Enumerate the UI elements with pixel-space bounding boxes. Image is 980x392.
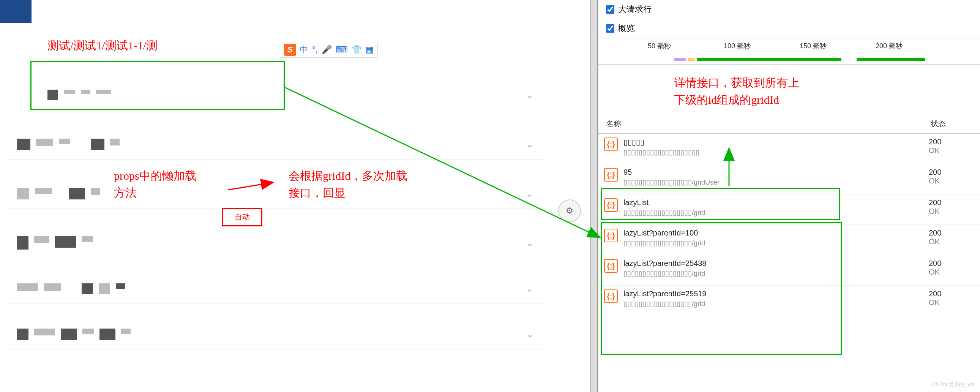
- request-status: 200 OK: [929, 137, 974, 155]
- top-bar-segment: [0, 0, 32, 23]
- panel-divider[interactable]: [590, 0, 598, 392]
- watermark: CSDN @小白_ysf: [932, 381, 974, 388]
- form-row-1[interactable]: ⌄: [6, 80, 545, 110]
- chevron-down-icon[interactable]: ⌄: [526, 329, 533, 339]
- checkbox-label: 概览: [618, 23, 635, 34]
- checkbox-large-rows[interactable]: 大请求行: [598, 0, 980, 19]
- network-header: 名称 状态: [598, 114, 980, 134]
- request-name: ▯▯▯▯▯: [624, 137, 929, 147]
- ime-grid-icon[interactable]: ▦: [366, 45, 374, 55]
- network-row[interactable]: {;} lazyList?parentId=25519 ▯▯▯▯▯▯▯▯▯▯▯▯…: [598, 286, 980, 316]
- request-status: 200 OK: [929, 168, 974, 185]
- json-icon: {;}: [604, 229, 618, 242]
- form-panel: × 测试/测试1/测试1-1/测 S 中 °, 🎤 ⌨ 👕 ▦ ⌄: [0, 0, 552, 392]
- timeline-tick: 50 毫秒: [648, 41, 671, 51]
- devtools-panel: 大请求行 概览 50 毫秒 100 毫秒 150 毫秒 200 毫秒 名称 状态…: [598, 0, 980, 392]
- ime-toolbar[interactable]: S 中 °, 🎤 ⌨ 👕 ▦: [280, 42, 378, 58]
- request-status: 200 OK: [929, 290, 974, 307]
- request-url: ▯▯▯▯▯▯▯▯▯▯▯▯▯▯▯▯▯▯▯▯: [624, 148, 929, 156]
- column-status[interactable]: 状态: [927, 114, 980, 133]
- ime-keyboard-icon[interactable]: ⌨: [336, 45, 348, 55]
- annotation-gridid: 会根据gridId，多次加载接口，回显: [289, 167, 407, 201]
- timeline-bar: [697, 58, 842, 61]
- network-row[interactable]: {;} lazyList?parentId=25438 ▯▯▯▯▯▯▯▯▯▯▯▯…: [598, 255, 980, 286]
- chevron-down-icon[interactable]: ⌄: [526, 238, 533, 249]
- annotation-detail-api: 详情接口，获取到所有上下级的id组成的gridId: [674, 74, 799, 108]
- request-url: ▯▯▯▯▯▯▯▯▯▯▯▯▯▯▯▯▯▯/grid: [624, 269, 929, 278]
- chevron-down-icon[interactable]: ⌄: [526, 90, 533, 100]
- network-row[interactable]: {;} lazyList ▯▯▯▯▯▯▯▯▯▯▯▯▯▯▯▯▯▯/grid 200…: [598, 194, 980, 225]
- timeline-bar: [687, 58, 695, 61]
- request-name: lazyList: [624, 198, 929, 207]
- checkbox-overview[interactable]: 概览: [598, 19, 980, 38]
- request-status: 200 OK: [929, 229, 974, 246]
- column-name[interactable]: 名称: [598, 114, 927, 133]
- form-row-3[interactable]: ⌄: [6, 178, 545, 209]
- form-row-6[interactable]: ⌄: [6, 319, 545, 349]
- ime-mic-icon[interactable]: 🎤: [321, 45, 332, 55]
- network-row[interactable]: {;} lazyList?parentId=100 ▯▯▯▯▯▯▯▯▯▯▯▯▯▯…: [598, 225, 980, 255]
- timeline-tick: 200 毫秒: [876, 41, 902, 51]
- request-name: lazyList?parentId=100: [624, 229, 929, 237]
- json-icon: {;}: [604, 259, 618, 273]
- annotation-props: props中的懒加载方法: [114, 167, 196, 201]
- ime-lang[interactable]: 中: [300, 44, 308, 56]
- request-url: ▯▯▯▯▯▯▯▯▯▯▯▯▯▯▯▯▯▯/grid: [624, 300, 929, 308]
- checkbox-input[interactable]: [606, 24, 614, 33]
- filter-button[interactable]: ⚙: [558, 199, 581, 222]
- chevron-down-icon[interactable]: ⌄: [526, 188, 533, 199]
- request-url: ▯▯▯▯▯▯▯▯▯▯▯▯▯▯▯▯▯▯/grid: [624, 209, 929, 217]
- form-row-2[interactable]: ⌄: [6, 129, 545, 159]
- checkbox-input[interactable]: [606, 5, 614, 14]
- request-name: 95: [624, 168, 929, 177]
- json-icon: {;}: [604, 137, 618, 151]
- request-status: 200 OK: [929, 259, 974, 277]
- request-status: 200 OK: [929, 198, 974, 216]
- request-name: lazyList?parentId=25438: [624, 259, 929, 268]
- json-icon: {;}: [604, 290, 618, 303]
- modal-body: 测试/测试1/测试1-1/测 S 中 °, 🎤 ⌨ 👕 ▦ ⌄: [0, 23, 552, 391]
- timeline-tick: 150 毫秒: [800, 41, 827, 51]
- request-url: ▯▯▯▯▯▯▯▯▯▯▯▯▯▯▯▯▯▯/gridUser: [624, 178, 929, 186]
- request-name: lazyList?parentId=25519: [624, 290, 929, 298]
- timeline-bar: [675, 58, 686, 61]
- network-row[interactable]: {;} ▯▯▯▯▯ ▯▯▯▯▯▯▯▯▯▯▯▯▯▯▯▯▯▯▯▯ 200 OK: [598, 134, 980, 164]
- request-url: ▯▯▯▯▯▯▯▯▯▯▯▯▯▯▯▯▯▯/grid: [624, 239, 929, 247]
- json-icon: {;}: [604, 168, 618, 182]
- chevron-down-icon[interactable]: ⌄: [526, 284, 533, 294]
- ime-logo-icon: S: [284, 44, 296, 56]
- timeline-overview[interactable]: 50 毫秒 100 毫秒 150 毫秒 200 毫秒: [598, 38, 980, 65]
- form-row-5[interactable]: ⌄: [6, 274, 545, 304]
- form-row-4[interactable]: ⌄: [6, 228, 545, 258]
- breadcrumb-annotation: 测试/测试1/测试1-1/测: [48, 38, 158, 54]
- checkbox-label: 大请求行: [618, 4, 652, 15]
- annotation-auto-box: 自动: [222, 208, 262, 226]
- timeline-bar: [857, 58, 925, 61]
- timeline-tick: 100 毫秒: [724, 41, 751, 51]
- ime-shirt-icon[interactable]: 👕: [352, 45, 362, 55]
- json-icon: {;}: [604, 198, 618, 212]
- chevron-down-icon[interactable]: ⌄: [526, 139, 533, 150]
- ime-punct-icon[interactable]: °,: [312, 45, 318, 55]
- network-row[interactable]: {;} 95 ▯▯▯▯▯▯▯▯▯▯▯▯▯▯▯▯▯▯/gridUser 200 O…: [598, 164, 980, 194]
